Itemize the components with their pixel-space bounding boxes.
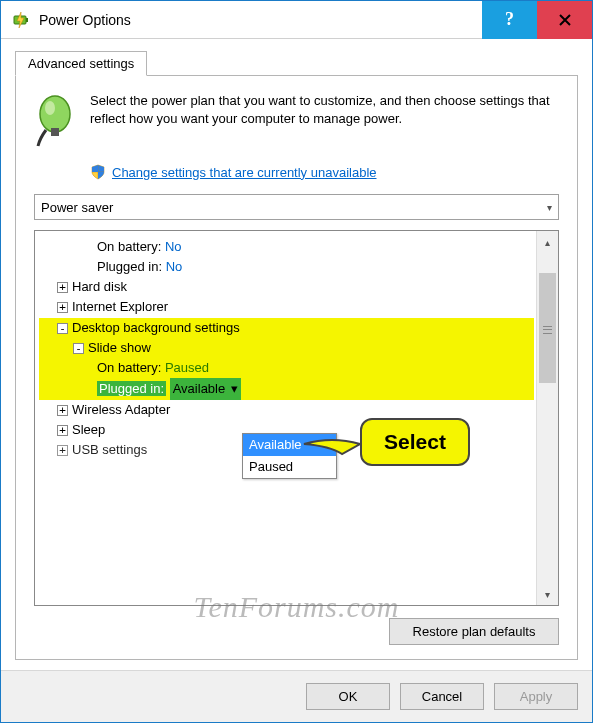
svg-point-3 — [45, 101, 55, 115]
close-button[interactable] — [537, 1, 592, 39]
description-text: Select the power plan that you want to c… — [90, 92, 559, 150]
window-title: Power Options — [39, 12, 482, 28]
apply-button: Apply — [494, 683, 578, 710]
expand-icon[interactable]: + — [57, 282, 68, 293]
tree-row-on-battery[interactable]: On battery: No — [39, 237, 534, 257]
restore-defaults-button[interactable]: Restore plan defaults — [389, 618, 559, 645]
collapse-icon[interactable]: - — [73, 343, 84, 354]
ok-button[interactable]: OK — [306, 683, 390, 710]
power-options-window: Power Options ? Advanced settings Select… — [0, 0, 593, 723]
dialog-button-row: OK Cancel Apply — [1, 670, 592, 722]
tab-strip: Advanced settings — [15, 51, 578, 76]
svg-point-2 — [40, 96, 70, 132]
cancel-button[interactable]: Cancel — [400, 683, 484, 710]
expand-icon[interactable]: + — [57, 302, 68, 313]
description-row: Select the power plan that you want to c… — [34, 92, 559, 150]
help-button[interactable]: ? — [482, 1, 537, 39]
change-settings-link[interactable]: Change settings that are currently unava… — [112, 165, 377, 180]
expand-icon[interactable]: + — [57, 425, 68, 436]
scroll-thumb[interactable] — [539, 273, 556, 383]
scroll-up-button[interactable]: ▴ — [537, 231, 558, 253]
power-plan-value: Power saver — [41, 200, 113, 215]
change-settings-row: Change settings that are currently unava… — [90, 164, 559, 180]
collapse-icon[interactable]: - — [57, 323, 68, 334]
tree-row-internet-explorer[interactable]: +Internet Explorer — [39, 297, 534, 317]
svg-rect-4 — [51, 128, 59, 136]
chevron-down-icon: ▾ — [547, 202, 552, 213]
annotation-callout: Select — [360, 418, 470, 466]
power-plan-select[interactable]: Power saver ▾ — [34, 194, 559, 220]
settings-tree-container: On battery: No Plugged in: No +Hard disk… — [34, 230, 559, 606]
expand-icon[interactable]: + — [57, 445, 68, 456]
scroll-down-button[interactable]: ▾ — [537, 583, 558, 605]
tree-row-desktop-background[interactable]: -Desktop background settings — [39, 318, 534, 338]
slide-show-plugged-combo[interactable]: Available ▾ — [170, 378, 242, 400]
tab-advanced-settings[interactable]: Advanced settings — [15, 51, 147, 76]
tree-row-hard-disk[interactable]: +Hard disk — [39, 277, 534, 297]
expand-icon[interactable]: + — [57, 405, 68, 416]
chevron-down-icon: ▾ — [231, 379, 238, 399]
tab-body: Select the power plan that you want to c… — [15, 75, 578, 660]
tree-row-plugged-in[interactable]: Plugged in: No — [39, 257, 534, 277]
power-plan-icon — [34, 92, 76, 150]
titlebar: Power Options ? — [1, 1, 592, 39]
tree-row-slide-show[interactable]: -Slide show — [39, 338, 534, 358]
vertical-scrollbar[interactable]: ▴ ▾ — [536, 231, 558, 605]
svg-rect-1 — [26, 18, 28, 22]
tree-row-ss-on-battery[interactable]: On battery: Paused — [39, 358, 534, 378]
shield-icon — [90, 164, 106, 180]
tree-row-ss-plugged-in[interactable]: Plugged in: Available ▾ — [39, 378, 534, 400]
battery-app-icon — [11, 10, 31, 30]
callout-label: Select — [360, 418, 470, 466]
client-area: Advanced settings Select the power plan … — [1, 39, 592, 670]
